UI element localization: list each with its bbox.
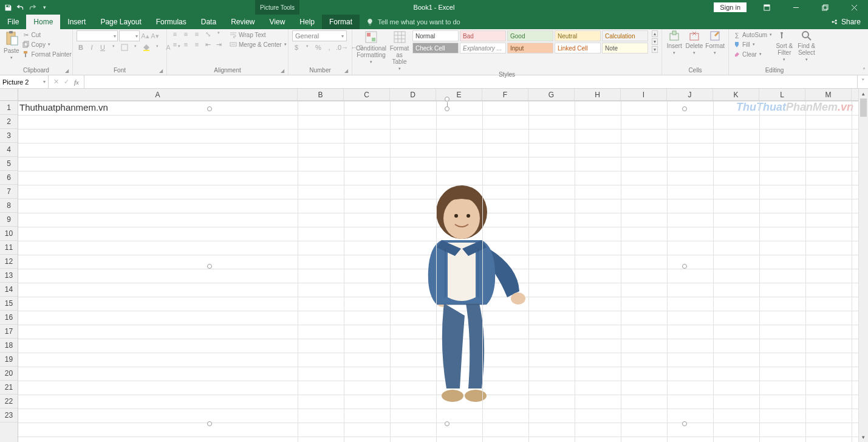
fx-icon[interactable]: fx — [74, 78, 79, 86]
bold-button[interactable]: B — [77, 44, 85, 52]
resize-handle-bl[interactable] — [207, 421, 212, 426]
cancel-edit-icon[interactable]: ✕ — [53, 78, 59, 86]
fill-button[interactable]: Fill▾ — [733, 40, 772, 49]
redo-icon[interactable] — [28, 3, 36, 12]
row-header-6[interactable]: 6 — [0, 171, 18, 185]
increase-decimal-icon[interactable]: .0→ — [336, 44, 348, 51]
select-all-cells[interactable] — [0, 89, 18, 101]
row-header-19[interactable]: 19 — [0, 353, 18, 367]
style-neutral[interactable]: Neutral — [555, 30, 601, 41]
row-header-3[interactable]: 3 — [0, 129, 18, 143]
border-button[interactable] — [120, 44, 129, 52]
qat-customize-icon[interactable]: ▾ — [40, 3, 49, 12]
tell-me-search[interactable]: Tell me what you want to do — [360, 15, 466, 29]
column-header-F[interactable]: F — [482, 89, 528, 100]
row-header-5[interactable]: 5 — [0, 157, 18, 171]
conditional-formatting-button[interactable]: Conditional Formatting▾ — [356, 30, 386, 64]
resize-handle-br[interactable] — [682, 421, 687, 426]
row-header-15[interactable]: 15 — [0, 297, 18, 311]
style-linked-cell[interactable]: Linked Cell — [555, 43, 601, 54]
tab-data[interactable]: Data — [194, 15, 224, 29]
align-center-icon[interactable]: ≡ — [182, 41, 190, 49]
format-as-table-button[interactable]: Format as Table▾ — [389, 30, 410, 71]
maximize-icon[interactable] — [811, 0, 839, 15]
tab-page-layout[interactable]: Page Layout — [93, 15, 148, 29]
styles-scroll-up-icon[interactable]: ▴ — [652, 30, 658, 37]
collapse-ribbon-icon[interactable]: ˄ — [863, 67, 866, 74]
row-header-14[interactable]: 14 — [0, 283, 18, 297]
tab-home[interactable]: Home — [26, 15, 60, 29]
undo-icon[interactable] — [16, 3, 24, 12]
alignment-launcher-icon[interactable]: ◢ — [281, 68, 284, 74]
wrap-text-button[interactable]: Wrap Text — [229, 30, 287, 39]
row-header-2[interactable]: 2 — [0, 115, 18, 129]
row-header-8[interactable]: 8 — [0, 199, 18, 213]
style-bad[interactable]: Bad — [460, 30, 506, 41]
underline-button[interactable]: U — [98, 44, 107, 52]
column-header-J[interactable]: J — [667, 89, 713, 100]
column-header-L[interactable]: L — [759, 89, 805, 100]
column-header-K[interactable]: K — [713, 89, 759, 100]
accounting-format-icon[interactable]: $ — [292, 44, 301, 51]
resize-handle-ml[interactable] — [207, 264, 212, 269]
row-header-13[interactable]: 13 — [0, 269, 18, 283]
copy-button[interactable]: Copy▾ — [22, 40, 72, 49]
increase-indent-icon[interactable]: ⇥ — [214, 41, 223, 49]
confirm-edit-icon[interactable]: ✓ — [64, 78, 69, 86]
row-header-1[interactable]: 1 — [0, 101, 18, 115]
styles-more-icon[interactable]: ▾ — [652, 46, 658, 53]
cells-grid[interactable]: Thuthuatphanmem.vn — [18, 101, 858, 442]
scroll-thumb[interactable] — [860, 98, 867, 117]
delete-cells-button[interactable]: Delete▾ — [685, 30, 703, 55]
style-good[interactable]: Good — [507, 30, 553, 41]
row-header-9[interactable]: 9 — [0, 213, 18, 227]
clipboard-launcher-icon[interactable]: ◢ — [65, 68, 69, 74]
row-header-4[interactable]: 4 — [0, 143, 18, 157]
tab-formulas[interactable]: Formulas — [149, 15, 194, 29]
percent-format-icon[interactable]: % — [314, 44, 323, 51]
align-top-icon[interactable]: ≡ — [171, 30, 179, 38]
styles-scroll-down-icon[interactable]: ▾ — [652, 38, 658, 45]
row-header-18[interactable]: 18 — [0, 339, 18, 353]
ribbon-display-options-icon[interactable] — [753, 0, 781, 15]
close-icon[interactable] — [840, 0, 868, 15]
column-header-H[interactable]: H — [575, 89, 621, 100]
style-check-cell[interactable]: Check Cell — [412, 43, 459, 54]
style-explanatory[interactable]: Explanatory ... — [460, 43, 506, 54]
align-bottom-icon[interactable]: ≡ — [193, 30, 201, 38]
align-middle-icon[interactable]: ≡ — [182, 30, 190, 38]
tab-help[interactable]: Help — [292, 15, 322, 29]
format-cells-button[interactable]: Format▾ — [705, 30, 725, 55]
column-header-A[interactable]: A — [18, 89, 298, 100]
font-launcher-icon[interactable]: ◢ — [159, 68, 163, 74]
row-header-21[interactable]: 21 — [0, 381, 18, 395]
row-header-7[interactable]: 7 — [0, 185, 18, 199]
minimize-icon[interactable] — [782, 0, 810, 15]
row-header-17[interactable]: 17 — [0, 325, 18, 339]
style-calculation[interactable]: Calculation — [602, 30, 648, 41]
tab-review[interactable]: Review — [224, 15, 262, 29]
row-header-11[interactable]: 11 — [0, 241, 18, 255]
vertical-scrollbar[interactable]: ▴ ▾ — [858, 89, 868, 442]
resize-handle-mr[interactable] — [682, 264, 687, 269]
tab-view[interactable]: View — [262, 15, 293, 29]
column-header-B[interactable]: B — [298, 89, 344, 100]
save-icon[interactable] — [4, 3, 12, 12]
italic-button[interactable]: I — [87, 44, 96, 52]
cell-styles-gallery[interactable]: Normal Bad Good Neutral Calculation Chec… — [412, 30, 648, 54]
column-header-I[interactable]: I — [621, 89, 667, 100]
share-button[interactable]: Share — [823, 15, 868, 29]
column-header-C[interactable]: C — [344, 89, 390, 100]
comma-format-icon[interactable]: , — [325, 44, 333, 51]
signin-button[interactable]: Sign in — [714, 2, 747, 12]
font-family-combo[interactable]: ▾ — [77, 30, 118, 41]
format-painter-button[interactable]: Format Painter — [22, 50, 72, 58]
clear-button[interactable]: Clear▾ — [733, 50, 772, 58]
style-input[interactable]: Input — [507, 43, 553, 54]
align-right-icon[interactable]: ≡ — [193, 41, 201, 49]
font-size-combo[interactable]: ▾ — [119, 30, 140, 41]
increase-font-icon[interactable]: A▴ — [141, 32, 149, 40]
orientation-icon[interactable]: ⤡ — [203, 30, 212, 38]
row-header-12[interactable]: 12 — [0, 255, 18, 269]
decrease-indent-icon[interactable]: ⇤ — [203, 41, 212, 49]
